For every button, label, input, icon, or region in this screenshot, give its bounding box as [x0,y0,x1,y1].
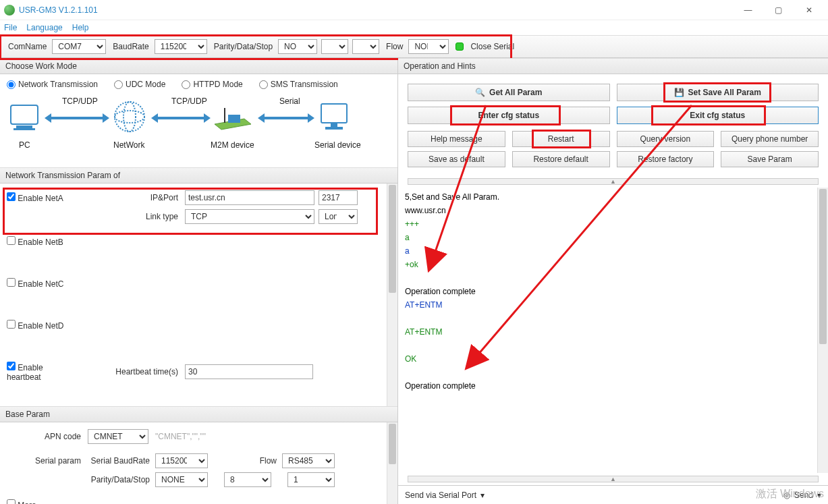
scrollbar[interactable] [817,188,828,473]
mode-sms[interactable]: SMS Transmission [259,80,338,89]
exit-cfg-button[interactable]: Exit cfg status [617,107,819,124]
window-title: USR-GM3 V1.2.1.101 [19,5,98,15]
enable-netd-checkbox[interactable]: Enable NetD [7,321,63,331]
svg-point-4 [115,111,144,123]
scrollbar[interactable] [387,422,397,504]
restart-button[interactable]: Restart [512,131,610,147]
menu-file[interactable]: File [4,23,17,32]
serial-flow-label: Flow [208,456,282,466]
svg-point-5 [123,102,136,132]
ipport-label: IP&Port [81,193,185,202]
serial-param-label: Serial param [7,456,88,466]
base-param-header: Base Param [0,406,397,422]
query-version-button[interactable]: Query version [617,131,715,147]
save-default-button[interactable]: Save as default [408,151,505,167]
comname-select[interactable]: COM7 [52,39,106,54]
choose-work-mode-header: Choose Work Mode [0,58,397,74]
serial-flow-select[interactable]: RS485 [282,453,335,468]
topology-diagram: TCP/UDP TCP/UDP Serial PC NetWork M2M de… [0,93,397,167]
query-phone-button[interactable]: Query phone number [721,131,819,147]
svg-rect-11 [325,127,343,130]
comname-label: ComName [8,42,47,51]
heartbeat-label: Heartbeat time(s) [61,367,185,376]
databits-select[interactable]: 8 [321,39,348,54]
enter-cfg-button[interactable]: Enter cfg status [408,107,610,124]
restore-default-button[interactable]: Restore default [512,151,610,167]
log-output: 5,Set and Save All Param.www.usr.cn+++aa… [398,188,828,473]
serial-stop-select[interactable]: 1 [287,472,335,487]
close-serial-button[interactable]: Close Serial [470,42,514,51]
apn-hint: "CMNET","","" [155,432,206,441]
flow-select[interactable]: NONE [408,39,449,54]
baud-label: BaudRate [113,42,148,51]
baud-select[interactable]: 115200 [155,39,207,54]
mode-udc[interactable]: UDC Mode [114,80,165,89]
save-param-button[interactable]: Save Param [721,151,819,167]
serial-baud-label: Serial BaudRate [88,456,155,466]
enable-netc-checkbox[interactable]: Enable NetC [7,279,63,289]
menu-help[interactable]: Help [72,23,89,32]
more-checkbox[interactable]: More [7,501,36,504]
apn-label: APN code [7,432,88,441]
linkmode-select[interactable]: Long c [319,209,358,224]
enable-netb-checkbox[interactable]: Enable NetB [7,237,63,247]
svg-rect-7 [224,108,225,123]
net-param-header: Network Transmission Param of [0,167,397,184]
chevron-down-icon: ▾ [480,491,485,500]
get-all-param-button[interactable]: 🔍 Get All Param [408,84,610,101]
enable-neta-checkbox[interactable]: Enable NetA [7,192,81,203]
collapse-handle[interactable]: ▲ [408,476,819,482]
serial-pds-label: Parity/Data/Stop [88,475,155,484]
svg-rect-8 [228,115,240,123]
help-message-button[interactable]: Help message [408,131,505,147]
svg-rect-1 [16,125,32,128]
maximize-icon[interactable]: ▢ [763,0,794,20]
stopbits-select[interactable]: 1 [352,39,379,54]
menu-language[interactable]: Language [26,23,62,32]
svg-point-3 [115,102,144,132]
mode-network[interactable]: Network Transmission [7,80,98,89]
serial-baud-select[interactable]: 115200 [155,453,208,468]
search-icon: 🔍 [475,88,485,97]
restore-factory-button[interactable]: Restore factory [617,151,715,167]
linktype-select[interactable]: TCP [185,209,314,224]
collapse-handle[interactable]: ▲ [408,178,819,185]
app-icon [4,5,15,16]
send-via-select[interactable]: Send via Serial Port▾ [405,491,485,500]
enable-heartbeat-checkbox[interactable]: Enable heartbeat [7,362,61,382]
mode-httpd[interactable]: HTTPD Mode [182,80,242,89]
watermark: 激活 Windows [756,487,824,501]
svg-rect-0 [11,105,38,124]
svg-rect-2 [13,128,35,130]
linktype-label: Link type [81,212,185,221]
parity-select[interactable]: NONE [278,39,317,54]
pds-label: Parity/Data/Stop [214,42,273,51]
apn-select[interactable]: CMNET [88,429,148,444]
flow-label: Flow [386,42,403,51]
close-icon[interactable]: ✕ [794,0,824,20]
serial-parity-select[interactable]: NONE [155,472,208,487]
ops-hints-header: Operation and Hints [398,58,828,74]
heartbeat-input[interactable] [185,364,313,379]
ip-input[interactable] [185,190,314,205]
set-save-all-param-button[interactable]: 💾 Set Save All Param [617,84,819,101]
save-icon: 💾 [674,88,684,97]
svg-rect-9 [321,104,347,123]
serial-data-select[interactable]: 8 [224,472,271,487]
svg-rect-10 [331,123,337,127]
port-input[interactable] [319,190,358,205]
minimize-icon[interactable]: — [733,0,763,20]
status-led-icon [456,43,464,51]
